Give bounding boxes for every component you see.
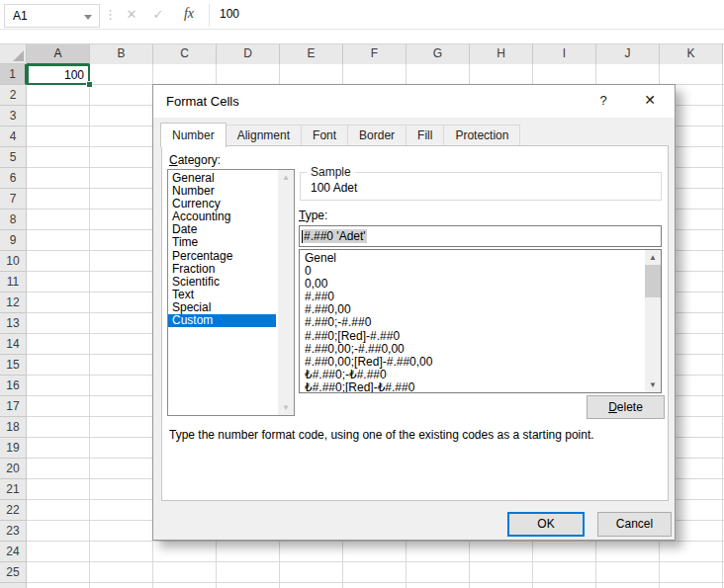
type-option[interactable]: ₺#.##0;[Red]-₺#.##0	[300, 381, 643, 393]
dialog-titlebar[interactable]: Format Cells ? ✕	[153, 85, 675, 118]
row-header[interactable]: 24	[0, 542, 27, 562]
category-item[interactable]: Scientific	[168, 276, 276, 289]
type-input-value: #.##0 'Adet'	[303, 229, 367, 243]
name-box-value: A1	[13, 9, 28, 23]
row-header[interactable]: 18	[0, 417, 27, 438]
sample-value: 100 Adet	[311, 181, 357, 195]
column-header[interactable]: G	[407, 44, 470, 64]
tab[interactable]: Alignment	[226, 125, 302, 146]
type-option[interactable]: ₺#.##0;-₺#.##0	[300, 369, 643, 381]
type-option[interactable]: #.##0	[300, 291, 643, 303]
column-header[interactable]: K	[660, 44, 723, 64]
fill-handle[interactable]	[86, 81, 93, 88]
scroll-down-icon[interactable]: ▼	[278, 400, 294, 415]
tab[interactable]: Fill	[406, 125, 444, 146]
tab[interactable]: Border	[347, 125, 407, 146]
row-header[interactable]: 1	[0, 64, 27, 85]
column-header[interactable]: A	[27, 44, 90, 64]
row-header[interactable]: 20	[0, 459, 27, 479]
formula-input[interactable]: 100	[220, 7, 239, 21]
row-header[interactable]: 12	[0, 293, 27, 313]
type-option[interactable]: 0,00	[300, 278, 643, 291]
scrollbar-thumb[interactable]	[645, 265, 661, 297]
row-header[interactable]: 13	[0, 313, 27, 334]
dialog-tabs: NumberAlignmentFontBorderFillProtection	[161, 122, 520, 146]
column-header[interactable]: D	[217, 44, 280, 64]
row-header[interactable]: 22	[0, 500, 27, 521]
column-header[interactable]: F	[343, 44, 407, 64]
formula-bar-separator-dots-icon: ⋮	[104, 7, 117, 22]
category-scrollbar[interactable]: ▲ ▼	[278, 170, 294, 415]
row-header[interactable]: 4	[0, 126, 27, 147]
row-header[interactable]: 9	[0, 230, 27, 251]
formula-bar: A1 ⋮ ✕ ✓ fx 100	[0, 0, 724, 30]
row-header[interactable]: 14	[0, 334, 27, 355]
ok-button[interactable]: OK	[507, 512, 585, 537]
type-options-list[interactable]: ▲ ▼ Genel00,00#.##0#.##0,00#.##0;-#.##0#…	[299, 249, 662, 393]
category-item[interactable]: Text	[168, 289, 276, 301]
row-header[interactable]: 3	[0, 106, 27, 126]
type-option[interactable]: #.##0,00;-#.##0,00	[300, 343, 643, 356]
row-header[interactable]: 15	[0, 355, 27, 376]
category-item[interactable]: Fraction	[168, 263, 276, 276]
selected-cell-a1[interactable]: 100	[27, 64, 90, 85]
cancel-entry-icon[interactable]: ✕	[123, 7, 140, 22]
row-header[interactable]: 21	[0, 479, 27, 500]
column-headers: ABCDEFGHIJK	[27, 43, 724, 64]
column-header[interactable]: E	[280, 44, 343, 64]
category-item[interactable]: Percentage	[168, 250, 276, 263]
tab[interactable]: Protection	[443, 125, 520, 146]
row-header[interactable]: 5	[0, 147, 27, 168]
enter-entry-icon[interactable]: ✓	[149, 7, 167, 22]
insert-function-icon[interactable]: fx	[180, 6, 198, 22]
dialog-close-icon[interactable]: ✕	[637, 92, 663, 108]
category-item[interactable]: Time	[168, 236, 276, 249]
column-header[interactable]: B	[90, 44, 153, 64]
row-header[interactable]: 10	[0, 251, 27, 272]
type-option[interactable]: #.##0;[Red]-#.##0	[300, 330, 643, 343]
column-header[interactable]: C	[153, 44, 217, 64]
type-label: Type:	[299, 209, 327, 222]
type-input[interactable]: #.##0 'Adet'	[299, 225, 662, 247]
scroll-up-icon[interactable]: ▲	[278, 170, 294, 185]
row-header[interactable]: 11	[0, 272, 27, 293]
category-item[interactable]: Custom	[168, 314, 276, 327]
category-label: Category:	[169, 153, 221, 167]
category-list[interactable]: ▲ ▼ GeneralNumberCurrencyAccountingDateT…	[167, 169, 295, 416]
row-header[interactable]: 6	[0, 168, 27, 189]
row-header[interactable]: 2	[0, 85, 27, 106]
row-header[interactable]: 16	[0, 376, 27, 396]
sample-label: Sample	[307, 165, 355, 179]
type-list-scrollbar[interactable]: ▲ ▼	[645, 250, 661, 392]
type-option[interactable]: #.##0,00;[Red]-#.##0,00	[300, 356, 643, 369]
row-header[interactable]: 23	[0, 521, 27, 542]
column-header[interactable]: H	[470, 44, 533, 64]
column-header[interactable]: J	[596, 44, 660, 64]
row-header[interactable]: 17	[0, 396, 27, 417]
tab[interactable]: Font	[301, 125, 348, 146]
dialog-title: Format Cells	[166, 94, 239, 109]
type-option[interactable]: Genel	[300, 252, 643, 265]
dialog-hint-text: Type the number format code, using one o…	[169, 428, 662, 442]
select-all-corner[interactable]	[0, 43, 27, 64]
row-header[interactable]: 25	[0, 562, 27, 583]
row-header[interactable]: 7	[0, 189, 27, 210]
number-tab-page: Category: ▲ ▼ GeneralNumberCurrencyAccou…	[161, 145, 669, 501]
type-option[interactable]: 0	[300, 265, 643, 278]
column-header[interactable]: I	[533, 44, 596, 64]
tab[interactable]: Number	[160, 123, 226, 147]
scroll-up-icon[interactable]: ▲	[645, 250, 661, 265]
formula-bar-divider	[209, 4, 210, 27]
row-header[interactable]: 8	[0, 210, 27, 230]
scroll-down-icon[interactable]: ▼	[645, 378, 661, 392]
row-header[interactable]: 26	[0, 583, 27, 588]
name-box[interactable]: A1	[4, 4, 100, 28]
format-cells-dialog: Format Cells ? ✕ NumberAlignmentFontBord…	[152, 84, 676, 541]
select-all-triangle-icon	[13, 50, 24, 61]
cancel-button[interactable]: Cancel	[597, 512, 672, 537]
type-option[interactable]: #.##0;-#.##0	[300, 316, 643, 329]
dialog-help-icon[interactable]: ?	[593, 93, 613, 108]
row-header[interactable]: 19	[0, 438, 27, 459]
name-box-dropdown-icon[interactable]	[84, 15, 92, 20]
delete-button[interactable]: Delete	[587, 395, 665, 419]
